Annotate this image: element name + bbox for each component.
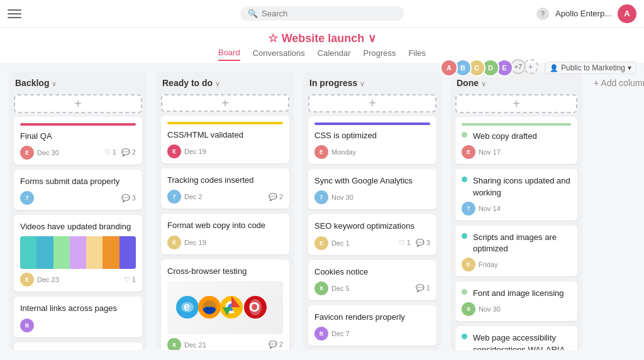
card-footer-left: 8Dec 21 — [167, 338, 206, 350]
card-cookies-notice[interactable]: Cookies notice 8Dec 5💬 1 — [308, 260, 436, 300]
card-footer-left: EDec 19 — [167, 236, 206, 249]
card-footer-left: EDec 1 — [314, 236, 350, 250]
svg-text:e: e — [184, 300, 190, 313]
card-date: Dec 7 — [331, 330, 350, 337]
card-format-web-copy[interactable]: Format web copy into code EDec 19 — [161, 214, 289, 254]
search-input[interactable] — [262, 9, 387, 18]
board-area: Backlog ∨+Final QA EDec 30♡ 1💬 2Forms su… — [0, 64, 644, 357]
card-title: External links across pages — [20, 349, 136, 350]
card-scripts-images[interactable]: Scripts and images are optimized EFriday — [455, 226, 577, 276]
card-footer-right: ♡ 1💬 2 — [104, 148, 136, 156]
card-footer-left: EMonday — [314, 145, 356, 159]
card-footer: EDec 1♡ 1💬 3 — [314, 236, 430, 250]
card-videos-branding[interactable]: Videos have updated branding EDec 23♡ 1 — [14, 215, 142, 292]
avatar-1[interactable]: A — [440, 59, 458, 77]
card-wai-aria[interactable]: Web page accessibility considerations WA… — [455, 326, 577, 350]
card-footer-left: EDec 19 — [167, 145, 206, 158]
card-avatar: E — [462, 258, 475, 271]
card-footer-right: 💬 1 — [416, 284, 430, 292]
column-title: In progress ∨ — [309, 78, 365, 88]
add-card-button-ready-to-do[interactable]: + — [161, 94, 289, 112]
card-title: CSS is optimized — [314, 130, 430, 141]
tab-board[interactable]: Board — [218, 48, 240, 61]
column-chevron[interactable]: ∨ — [52, 80, 57, 87]
card-title: CSS/HTML validated — [167, 129, 283, 141]
menu-icon[interactable] — [8, 7, 21, 21]
card-footer-left: 8Dec 5 — [314, 281, 350, 295]
card-comments: 💬 3 — [416, 239, 430, 247]
card-title: Web copy drafted — [473, 131, 537, 142]
card-footer-left: 7Nov 30 — [314, 190, 353, 204]
card-title: Tracking codes inserted — [167, 175, 283, 186]
card-avatar: 8 — [462, 302, 475, 316]
card-favicon[interactable]: Favicon renders properly BDec 7 — [308, 305, 436, 346]
card-avatar: B — [314, 327, 328, 341]
card-footer: EFriday — [462, 258, 571, 271]
color-block — [20, 236, 36, 269]
status-dot — [462, 132, 467, 138]
card-footer-left: EFriday — [462, 258, 498, 271]
add-card-button-backlog[interactable]: + — [14, 94, 142, 113]
card-css-optimized[interactable]: CSS is optimized EMonday — [308, 116, 436, 164]
card-title: Cookies notice — [314, 266, 430, 278]
card-font-licensing[interactable]: Font and image licensing 8Nov 30 — [455, 281, 577, 321]
user-avatar[interactable]: A — [618, 4, 636, 23]
status-dot — [462, 177, 467, 182]
card-forms-submit[interactable]: Forms submit data properly 7💬 3 — [14, 170, 142, 210]
card-internal-links[interactable]: Internal links across pages B — [14, 297, 142, 337]
nav-right: ? Apollo Enterp... A — [536, 4, 636, 23]
card-comments: 💬 2 — [121, 148, 136, 156]
column-chevron[interactable]: ∨ — [215, 80, 220, 87]
card-sharing-updated[interactable]: Sharing icons updated and working 7Nov 1… — [455, 169, 577, 220]
tab-bar: Board Conversations Calendar Progress Fi… — [218, 48, 426, 63]
card-title: Final QA — [20, 131, 136, 142]
card-footer: B — [20, 319, 136, 332]
tab-conversations[interactable]: Conversations — [253, 48, 305, 60]
card-likes: ♡ 1 — [104, 148, 116, 156]
card-title: Videos have updated branding — [20, 221, 136, 232]
card-title: Cross-browser testing — [167, 266, 283, 277]
add-card-button-done[interactable]: + — [455, 94, 577, 113]
card-final-qa[interactable]: Final QA EDec 30♡ 1💬 2 — [14, 117, 142, 165]
card-title: Favicon renders properly — [314, 312, 430, 323]
card-sync-ga[interactable]: Sync with Google Analytics 7Nov 30 — [308, 169, 436, 209]
card-title: Sharing icons updated and working — [473, 175, 571, 198]
column-chevron[interactable]: ∨ — [360, 80, 365, 87]
add-card-button-in-progress[interactable]: + — [308, 94, 436, 112]
card-date: Dec 5 — [331, 285, 350, 292]
card-tracking-codes[interactable]: Tracking codes inserted 7Dec 2💬 2 — [161, 168, 289, 209]
status-dot — [462, 289, 467, 295]
card-footer-left: ENov 17 — [462, 145, 501, 159]
card-accent — [462, 123, 571, 126]
visibility-dropdown[interactable]: 👤 Public to Marketing ▾ — [545, 62, 636, 74]
search-bar[interactable]: 🔍 — [240, 6, 404, 21]
card-footer-left: EDec 30 — [20, 146, 59, 160]
card-web-copy-drafted[interactable]: Web copy drafted ENov 17 — [455, 117, 577, 164]
card-avatar: 8 — [167, 338, 181, 350]
card-footer: ENov 17 — [462, 145, 571, 159]
card-likes: ♡ 1 — [399, 239, 411, 247]
star-icon[interactable]: ☆ — [268, 31, 278, 45]
card-footer: 7Dec 2💬 2 — [167, 190, 283, 204]
chevron-icon[interactable]: ∨ — [368, 31, 376, 45]
card-external-links[interactable]: External links across pages 8♡ 1 — [14, 342, 142, 350]
card-footer: 7Nov 14 — [462, 202, 571, 215]
color-block — [119, 236, 136, 269]
card-footer-left: 8Nov 30 — [462, 302, 501, 316]
tab-progress[interactable]: Progress — [364, 48, 396, 60]
card-likes: ♡ 1 — [124, 276, 136, 284]
card-date: Nov 17 — [479, 148, 501, 156]
tab-calendar[interactable]: Calendar — [318, 48, 351, 60]
card-cross-browser[interactable]: Cross-browser testing e — [161, 259, 289, 350]
card-seo-keyword[interactable]: SEO keyword optimizations EDec 1♡ 1💬 3 — [308, 214, 436, 254]
card-css-html[interactable]: CSS/HTML validated EDec 19 — [161, 116, 289, 163]
card-avatar: 7 — [314, 190, 328, 204]
card-footer-left: 7Nov 14 — [462, 202, 501, 215]
card-footer: EDec 23♡ 1 — [20, 273, 136, 286]
tab-files[interactable]: Files — [409, 48, 426, 60]
card-footer: EDec 30♡ 1💬 2 — [20, 146, 136, 160]
search-icon: 🔍 — [248, 9, 258, 18]
card-footer-right: 💬 2 — [269, 341, 283, 349]
column-chevron[interactable]: ∨ — [481, 80, 486, 87]
help-button[interactable]: ? — [536, 8, 549, 20]
